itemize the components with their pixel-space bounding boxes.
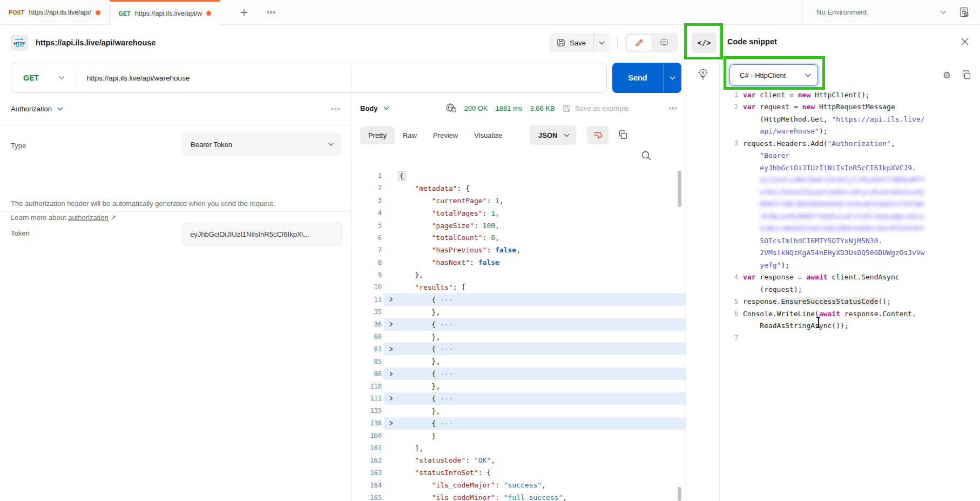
line-content-area: }, <box>384 355 686 368</box>
view-tab-visualize[interactable]: Visualize <box>466 126 510 144</box>
code-text: "results": [ <box>398 283 465 291</box>
authorization-selector[interactable]: Authorization <box>11 105 63 113</box>
status-badge[interactable]: 200 OK <box>464 104 488 112</box>
snippet-settings-button[interactable]: ⚙ <box>943 71 951 80</box>
tab-title: https://api.ils.live/api/ <box>29 9 91 16</box>
environment-quick-look-icon[interactable] <box>958 6 970 18</box>
response-code-line: 2 "metadata": { <box>352 182 686 195</box>
url-input[interactable]: https://api.ils.live/api/warehouse <box>75 74 190 82</box>
comments-button[interactable] <box>652 35 677 51</box>
tab-strip: POSThttps://api.ils.live/api/GEThttps://… <box>0 0 220 25</box>
view-tab-preview[interactable]: Preview <box>425 126 466 144</box>
line-content-area: } <box>384 430 686 442</box>
code-text: 2VMsikNQzKgA54nEHyXD3UsOQ50GDUWgzGsJvVw <box>743 249 925 257</box>
snippet-code-line: "Bearer <box>727 150 978 162</box>
snippet-code-line: 7 <box>727 332 978 344</box>
response-format-select[interactable]: JSON <box>530 125 576 145</box>
method-selector[interactable]: GET <box>11 74 75 82</box>
response-code-line: 10 "results": [ <box>352 281 686 293</box>
language-value: C# - HttpClient <box>740 71 786 79</box>
line-content-area: "statusCode": "OK", <box>384 454 686 466</box>
snippet-code-line: yefg"); <box>727 259 978 271</box>
scrollbar-thumb[interactable] <box>678 487 681 501</box>
code-text: { ··· <box>398 370 453 378</box>
response-code-line: 135 }, <box>352 405 686 417</box>
code-text: eyJ1bmlxdWVfbmFtZSI6IjFiMjdhOTY3MDEwMTY <box>743 176 925 184</box>
chevron-down-icon <box>58 76 65 80</box>
line-number: 8 <box>352 259 382 266</box>
code-text: request.Headers.Add("Authorization", <box>743 139 895 148</box>
copy-snippet-button[interactable] <box>962 70 971 80</box>
save-split-button: Save <box>549 33 610 52</box>
response-size[interactable]: 3.66 KB <box>530 104 555 112</box>
response-code-line: 160 } <box>352 430 686 442</box>
chevron-down-icon[interactable] <box>940 10 947 15</box>
snippet-code[interactable]: 1var client = new HttpClient();2var requ… <box>727 89 978 501</box>
save-options-button[interactable] <box>593 33 610 52</box>
copy-response-button[interactable] <box>618 130 628 140</box>
response-body-editor[interactable]: 1{2 "metadata": {3 "currentPage": 1,4 "t… <box>352 170 686 501</box>
code-text: var request = new HttpRequestMessage <box>743 103 895 111</box>
token-input[interactable]: eyJhbGciOiJIUzI1NiIsInR5cCI6IkpX\... <box>182 223 342 245</box>
unsaved-dot <box>96 10 100 15</box>
line-number: 4 <box>352 209 382 217</box>
line-content-area: }, <box>384 306 686 318</box>
search-response-button[interactable] <box>641 150 652 161</box>
close-panel-button[interactable] <box>961 37 969 46</box>
beautify-button[interactable] <box>587 126 609 144</box>
fold-toggle[interactable] <box>384 322 398 327</box>
response-more-actions-button[interactable] <box>668 107 677 110</box>
fold-toggle[interactable] <box>384 396 398 401</box>
line-number: 10 <box>352 283 382 291</box>
environment-selector[interactable]: No Environment <box>816 8 867 16</box>
edit-mode-button[interactable] <box>627 35 652 51</box>
language-select[interactable]: C# - HttpClient <box>729 64 818 86</box>
authorization-docs-link[interactable]: authorization <box>68 213 108 222</box>
method-value: GET <box>23 74 39 82</box>
line-content-area: { ··· <box>384 392 686 405</box>
response-time[interactable]: 1881 ms <box>496 104 523 112</box>
line-number: 5 <box>727 298 738 305</box>
code-text: }, <box>398 308 440 316</box>
body-label: Body <box>360 104 378 112</box>
code-text: "pageSize": 100, <box>398 222 499 230</box>
request-tab[interactable]: POSThttps://api.ils.live/api/ <box>0 0 110 25</box>
code-snippet-toggle-button[interactable]: </> <box>692 32 717 53</box>
save-button[interactable]: Save <box>549 33 593 52</box>
code-text: M0NTY3ODlBQkNERUZHSElKS0xNTk9QUVJTVFVWV <box>743 200 925 208</box>
fold-toggle[interactable] <box>384 346 398 352</box>
lightbulb-bolt-icon <box>697 67 709 81</box>
response-code-line: 7 "hasPrevious": false, <box>352 244 686 256</box>
response-code-line: 136 { ··· <box>352 417 686 430</box>
response-code-line: 162 "statusCode": "OK", <box>352 454 686 466</box>
response-code-line: 163 "statusInfoSet": { <box>352 466 686 479</box>
response-body-selector[interactable]: Body <box>360 104 389 112</box>
network-globe-lock-icon[interactable] <box>445 103 457 113</box>
fold-toggle[interactable] <box>384 371 398 377</box>
tab-options-button[interactable] <box>260 0 282 25</box>
type-label: Type <box>11 142 26 150</box>
response-code-line: 6 "totalCount": 6, <box>352 231 686 244</box>
fold-toggle[interactable] <box>384 420 398 426</box>
snippet-code-line: 3request.Headers.Add("Authorization", <box>727 137 978 150</box>
line-number: 85 <box>352 358 382 365</box>
response-code-line: 161 ], <box>352 442 686 455</box>
auth-type-select[interactable]: Bearer Token <box>182 133 342 156</box>
fold-toggle[interactable] <box>384 297 398 302</box>
section-more-actions-button[interactable] <box>331 108 340 110</box>
request-tab[interactable]: GEThttps://api.ils.live/api/w <box>110 0 221 25</box>
save-as-example-button[interactable]: Save as example <box>563 104 629 112</box>
code-text: "ils_codeMajor": "success", <box>398 481 546 489</box>
line-number: 2 <box>727 103 738 111</box>
snippet-code-line: ReadAsStringAsync()); <box>727 320 978 332</box>
code-snippet-header: Code snippet <box>720 25 980 58</box>
line-content-area: }, <box>384 269 686 281</box>
postbot-button[interactable] <box>695 66 711 82</box>
new-tab-button[interactable] <box>233 0 255 25</box>
code-text: { ··· <box>398 395 453 403</box>
response-code-line: 8 "hasNext": false <box>352 256 686 269</box>
view-tab-pretty[interactable]: Pretty <box>360 126 395 144</box>
view-tab-raw[interactable]: Raw <box>395 126 425 144</box>
line-number: 36 <box>352 320 382 328</box>
scrollbar-thumb[interactable] <box>678 171 681 207</box>
